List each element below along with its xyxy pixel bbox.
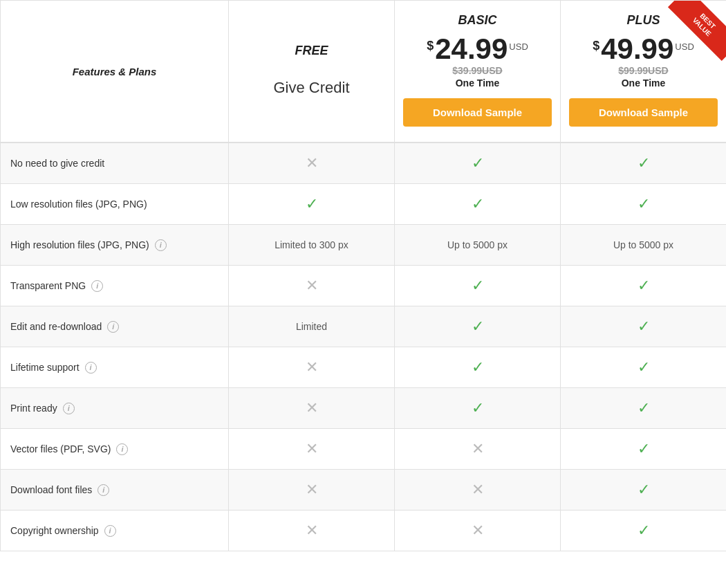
feature-free-cell: Limited to 300 px: [229, 225, 395, 266]
feature-plus-cell: Up to 5000 px: [561, 225, 727, 266]
check-icon: ✓: [472, 358, 484, 376]
feature-label-cell: Download font filesi: [1, 470, 229, 511]
feature-label: Low resolution files (JPG, PNG): [10, 199, 147, 210]
feature-label: Print ready: [10, 403, 57, 414]
plan-basic-download-btn[interactable]: Download Sample: [403, 98, 552, 127]
check-icon: ✓: [637, 277, 650, 294]
table-row: Vector files (PDF, SVG)i✕✕✓: [1, 429, 727, 470]
info-icon[interactable]: i: [116, 443, 128, 455]
feature-value-text: Up to 5000 px: [447, 239, 508, 250]
cross-icon: ✕: [306, 277, 318, 294]
feature-plus-cell: ✓: [561, 266, 727, 306]
check-icon: ✓: [637, 481, 650, 498]
feature-value-text: Limited to 300 px: [274, 239, 348, 250]
feature-free-cell: Limited: [229, 306, 395, 347]
feature-plus-cell: ✓: [561, 388, 727, 429]
check-icon: ✓: [472, 318, 484, 335]
info-icon[interactable]: i: [107, 321, 119, 333]
info-icon[interactable]: i: [85, 362, 97, 374]
feature-plus-cell: ✓: [561, 470, 727, 511]
feature-free-cell: ✕: [229, 266, 395, 306]
feature-free-cell: ✕: [229, 429, 395, 470]
table-row: Lifetime supporti✕✓✓: [1, 347, 727, 388]
feature-label: Copyright ownership: [10, 525, 99, 536]
best-value-ribbon: BESTVALUE: [664, 1, 726, 63]
plan-basic-usd: USD: [509, 42, 528, 52]
feature-value-text: Limited: [296, 321, 327, 332]
feature-label: High resolution files (JPG, PNG): [10, 239, 149, 250]
check-icon: ✓: [472, 277, 484, 294]
table-row: Print readyi✕✓✓: [1, 388, 727, 429]
plan-plus-download-btn[interactable]: Download Sample: [569, 98, 718, 127]
feature-basic-cell: ✕: [395, 511, 561, 551]
feature-label-cell: Print readyi: [1, 388, 229, 429]
feature-basic-cell: ✕: [395, 429, 561, 470]
info-icon[interactable]: i: [104, 525, 116, 537]
info-icon[interactable]: i: [97, 484, 109, 496]
feature-plus-cell: ✓: [561, 347, 727, 388]
feature-plus-cell: ✓: [561, 306, 727, 347]
check-icon: ✓: [472, 399, 484, 416]
table-row: No need to give credit✕✓✓: [1, 143, 727, 184]
feature-label-cell: Vector files (PDF, SVG)i: [1, 429, 229, 470]
plan-plus-header: BESTVALUE PLUS $ 49.99 USD $99.99USD One…: [561, 1, 726, 142]
cross-icon: ✕: [306, 440, 318, 457]
best-value-text: BESTVALUE: [668, 1, 726, 61]
plan-basic-original: $39.99USD: [403, 65, 552, 76]
plan-free-credit-text: Give Credit: [237, 79, 386, 97]
check-icon: ✓: [472, 154, 484, 172]
feature-basic-cell: ✕: [395, 470, 561, 511]
cross-icon: ✕: [306, 522, 318, 539]
plan-basic-amount: 24.99: [435, 35, 508, 64]
cross-icon: ✕: [472, 481, 484, 498]
plan-free-header: FREE Give Credit: [229, 31, 394, 112]
feature-free-cell: ✓: [229, 184, 395, 225]
info-icon[interactable]: i: [155, 239, 167, 251]
plan-basic-title: BASIC: [403, 13, 552, 28]
feature-basic-cell: Up to 5000 px: [395, 225, 561, 266]
feature-label: Download font files: [10, 484, 92, 495]
feature-basic-cell: ✓: [395, 184, 561, 225]
plan-basic-currency: $: [427, 39, 434, 53]
feature-label: Vector files (PDF, SVG): [10, 443, 111, 454]
features-plans-label: Features & Plans: [1, 55, 228, 89]
feature-free-cell: ✕: [229, 143, 395, 184]
feature-plus-cell: ✓: [561, 429, 727, 470]
feature-basic-cell: ✓: [395, 306, 561, 347]
cross-icon: ✕: [472, 522, 484, 539]
info-icon[interactable]: i: [91, 280, 103, 292]
check-icon: ✓: [637, 195, 650, 212]
feature-label-cell: Edit and re-downloadi: [1, 306, 229, 347]
table-row: Download font filesi✕✕✓: [1, 470, 727, 511]
feature-label: Transparent PNG: [10, 280, 86, 291]
feature-label: Edit and re-download: [10, 321, 102, 332]
table-row: Copyright ownershipi✕✕✓: [1, 511, 727, 551]
table-row: Transparent PNGi✕✓✓: [1, 266, 727, 306]
table-row: Edit and re-downloadiLimited✓✓: [1, 306, 727, 347]
plan-plus-period: One Time: [569, 77, 718, 89]
feature-free-cell: ✕: [229, 388, 395, 429]
plan-plus-currency: $: [593, 39, 599, 53]
feature-basic-cell: ✓: [395, 388, 561, 429]
cross-icon: ✕: [306, 399, 318, 416]
check-icon: ✓: [472, 195, 484, 212]
info-icon[interactable]: i: [63, 403, 75, 414]
feature-free-cell: ✕: [229, 347, 395, 388]
feature-label-cell: Low resolution files (JPG, PNG): [1, 184, 229, 225]
plan-plus-original: $99.99USD: [569, 65, 718, 76]
cross-icon: ✕: [472, 440, 484, 457]
cross-icon: ✕: [306, 481, 318, 498]
feature-label-cell: Copyright ownershipi: [1, 511, 229, 551]
check-icon: ✓: [637, 399, 650, 416]
feature-plus-cell: ✓: [561, 143, 727, 184]
check-icon: ✓: [637, 440, 650, 457]
feature-value-text: Up to 5000 px: [613, 239, 673, 250]
plan-basic-period: One Time: [403, 77, 552, 89]
cross-icon: ✕: [306, 154, 318, 172]
feature-label: Lifetime support: [10, 362, 80, 373]
check-icon: ✓: [637, 154, 650, 172]
feature-basic-cell: ✓: [395, 143, 561, 184]
feature-label-cell: Lifetime supporti: [1, 347, 229, 388]
feature-basic-cell: ✓: [395, 347, 561, 388]
feature-plans-header: Features & Plans: [1, 1, 229, 143]
